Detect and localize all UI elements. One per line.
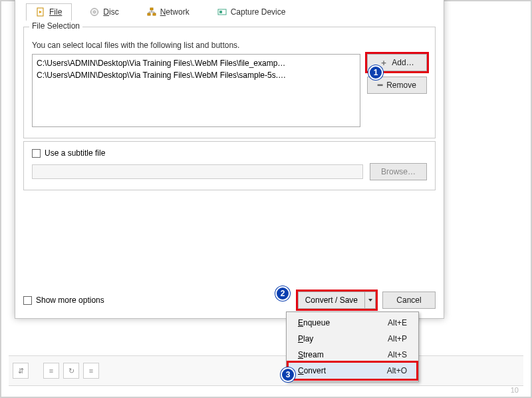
menu-item-play[interactable]: Play Alt+P <box>289 331 416 347</box>
add-button-label: Add… <box>392 58 414 67</box>
dialog-bottom-row: Show more options Convert / Save Cancel <box>23 292 436 309</box>
file-selection-group: File Selection You can select local file… <box>23 27 436 138</box>
browse-button-label: Browse… <box>381 167 416 176</box>
cancel-button-label: Cancel <box>396 296 421 305</box>
callout-2: 2 <box>275 286 290 301</box>
plus-icon: ＋ <box>380 57 388 69</box>
tab-file-label: File <box>49 7 62 17</box>
tab-capture-label: Capture Device <box>231 7 286 17</box>
file-selection-title: File Selection <box>29 21 82 31</box>
bg-toolbar-btn: ≡ <box>43 363 59 379</box>
menu-item-shortcut: Alt+S <box>388 350 407 359</box>
svg-marker-9 <box>368 299 372 301</box>
cancel-button[interactable]: Cancel <box>382 292 436 309</box>
callout-3: 3 <box>281 367 295 382</box>
bg-toolbar-btn: ≡ <box>83 363 99 379</box>
list-item[interactable]: C:\Users\ADMIN\Desktop\Via Training File… <box>37 57 356 69</box>
menu-item-convert[interactable]: Convert Alt+O <box>289 363 416 379</box>
more-options-checkbox[interactable] <box>23 296 32 305</box>
tab-network[interactable]: Network <box>137 3 200 21</box>
capture-icon <box>217 7 227 17</box>
tab-disc-label: Disc <box>103 7 118 17</box>
subtitle-group: Use a subtitle file Browse… <box>23 141 436 190</box>
svg-point-3 <box>94 11 96 13</box>
minus-icon: ━ <box>378 81 382 90</box>
menu-item-shortcut: Alt+P <box>388 334 407 343</box>
dropdown-arrow-icon[interactable] <box>364 292 375 308</box>
file-list[interactable]: C:\Users\ADMIN\Desktop\Via Training File… <box>32 54 360 127</box>
svg-rect-8 <box>219 11 222 13</box>
tab-capture[interactable]: Capture Device <box>207 3 296 21</box>
file-selection-help: You can select local files with the foll… <box>32 41 427 50</box>
menu-item-label: Convert <box>298 366 326 375</box>
list-item[interactable]: C:\Users\ADMIN\Desktop\Via Training File… <box>37 69 356 81</box>
convert-save-menu: Enqueue Alt+E Play Alt+P Stream Alt+S Co… <box>286 311 419 382</box>
open-media-dialog: File Disc Network Capture Device <box>15 0 444 319</box>
page-number: 10 <box>511 386 519 394</box>
menu-item-label: Enqueue <box>298 318 330 327</box>
disc-icon <box>90 7 99 17</box>
menu-item-stream[interactable]: Stream Alt+S <box>289 347 416 363</box>
subtitle-checkbox[interactable] <box>32 149 41 158</box>
subtitle-path-field <box>32 164 363 179</box>
menu-item-label: Play <box>298 334 313 343</box>
svg-rect-4 <box>150 8 153 10</box>
callout-1: 1 <box>368 65 383 80</box>
convert-save-button[interactable]: Convert / Save <box>298 292 376 309</box>
menu-item-label: Stream <box>298 350 324 359</box>
outer-frame: ⇵ ≡ ↻ ≡ 10 File Disc <box>0 0 532 398</box>
svg-rect-6 <box>153 13 156 15</box>
menu-item-shortcut: Alt+O <box>387 366 407 375</box>
network-icon <box>147 7 156 17</box>
menu-item-shortcut: Alt+E <box>388 318 407 327</box>
tab-file[interactable]: File <box>26 3 72 21</box>
svg-rect-5 <box>148 13 150 15</box>
convert-save-label: Convert / Save <box>299 292 364 308</box>
tab-network-label: Network <box>160 7 190 17</box>
file-icon <box>36 7 45 17</box>
menu-item-enqueue[interactable]: Enqueue Alt+E <box>289 315 416 331</box>
subtitle-checkbox-label: Use a subtitle file <box>45 148 105 158</box>
background-toolbar: ⇵ ≡ ↻ ≡ <box>9 355 523 386</box>
tab-disc[interactable]: Disc <box>80 3 128 21</box>
bg-toolbar-btn: ↻ <box>63 363 79 379</box>
remove-button-label: Remove <box>386 81 416 90</box>
bg-toolbar-btn: ⇵ <box>13 363 29 379</box>
browse-button: Browse… <box>370 163 427 180</box>
tab-bar: File Disc Network Capture Device <box>23 0 436 21</box>
more-options-label: Show more options <box>36 296 104 305</box>
